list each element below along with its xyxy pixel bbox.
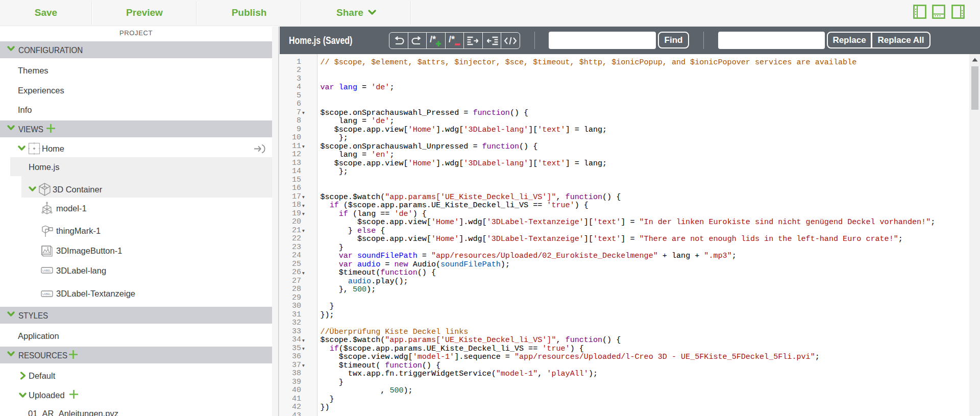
svg-text:LABEL: LABEL [42, 269, 51, 272]
svg-text:LABEL: LABEL [42, 292, 51, 296]
svg-text:/*: /* [430, 35, 436, 44]
svg-text:/*: /* [449, 35, 455, 44]
